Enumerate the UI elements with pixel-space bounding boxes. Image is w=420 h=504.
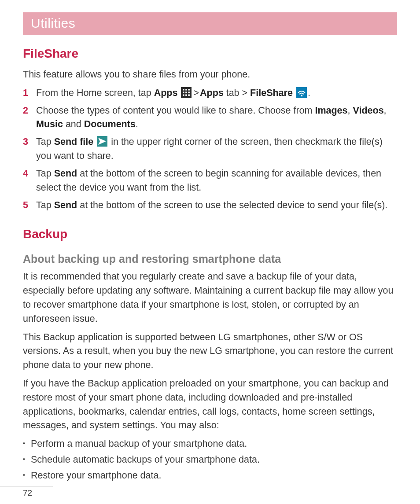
send-arrow-icon	[97, 136, 107, 147]
backup-subheading: About backing up and restoring smartphon…	[23, 253, 397, 265]
footer-divider	[0, 486, 53, 486]
svg-marker-10	[98, 138, 106, 145]
text: at the bottom of the screen to begin sca…	[36, 168, 381, 193]
text: .	[136, 119, 138, 129]
svg-rect-5	[188, 92, 190, 93]
fileshare-intro: This feature allows you to share files f…	[23, 68, 397, 82]
text: Tap	[36, 136, 54, 147]
step-number: 2	[23, 104, 36, 132]
step-3: 3 Tap Send file in the upper right corne…	[23, 135, 397, 163]
bullet-text: Restore your smartphone data.	[31, 469, 161, 483]
bullet-dot-icon: •	[23, 469, 31, 483]
apps-bold: Apps	[154, 88, 178, 98]
send-bold: Send	[54, 200, 77, 210]
bullet-3: • Restore your smartphone data.	[23, 469, 397, 483]
music-bold: Music	[36, 119, 63, 129]
backup-paragraph-3: If you have the Backup application prelo…	[23, 377, 397, 433]
svg-rect-8	[188, 94, 190, 96]
text: at the bottom of the screen to use the s…	[77, 200, 387, 210]
step-number: 1	[23, 86, 36, 100]
bullet-text: Perform a manual backup of your smartpho…	[31, 437, 247, 451]
text: Tap	[36, 168, 54, 179]
text: .	[308, 88, 310, 98]
text: Tap	[36, 200, 54, 210]
separator: >	[193, 86, 199, 100]
section-heading-backup: Backup	[23, 227, 397, 241]
svg-rect-2	[188, 89, 190, 91]
svg-rect-4	[186, 92, 188, 93]
step-5: 5 Tap Send at the bottom of the screen t…	[23, 199, 397, 213]
bullet-text: Schedule automatic backups of your smart…	[31, 453, 260, 467]
documents-bold: Documents	[84, 119, 136, 129]
svg-rect-0	[183, 89, 184, 91]
text: and	[63, 119, 84, 129]
svg-rect-1	[186, 89, 188, 91]
backup-paragraph-2: This Backup application is supported bet…	[23, 331, 397, 372]
step-body: From the Home screen, tap Apps > Apps ta…	[36, 86, 397, 100]
chapter-banner: Utilities	[23, 12, 397, 35]
text: tab >	[224, 88, 250, 98]
text: From the Home screen, tap	[36, 88, 154, 98]
sendfile-bold: Send file	[54, 136, 94, 147]
step-number: 3	[23, 135, 36, 163]
step-body: Tap Send file in the upper right corner …	[36, 135, 397, 163]
section-heading-fileshare: FileShare	[23, 47, 397, 61]
svg-rect-6	[183, 94, 184, 96]
bullet-dot-icon: •	[23, 453, 31, 467]
step-2: 2 Choose the types of content you would …	[23, 104, 397, 132]
page-number: 72	[0, 488, 53, 498]
footer: 72	[0, 486, 53, 498]
svg-rect-7	[186, 94, 188, 96]
backup-paragraph-1: It is recommended that you regularly cre…	[23, 270, 397, 326]
step-number: 5	[23, 199, 36, 213]
fileshare-bold: FileShare	[250, 88, 293, 98]
step-body: Choose the types of content you would li…	[36, 104, 397, 132]
bullet-1: • Perform a manual backup of your smartp…	[23, 437, 397, 451]
apps-grid-icon	[181, 87, 192, 98]
svg-rect-3	[183, 92, 184, 93]
bullet-2: • Schedule automatic backups of your sma…	[23, 453, 397, 467]
step-1: 1 From the Home screen, tap Apps > Apps …	[23, 86, 397, 100]
text: ,	[348, 105, 353, 116]
bullet-dot-icon: •	[23, 437, 31, 451]
svg-rect-9	[301, 95, 302, 96]
text: ,	[384, 105, 387, 116]
images-bold: Images	[315, 105, 347, 116]
step-4: 4 Tap Send at the bottom of the screen t…	[23, 167, 397, 195]
apps-tab-bold: Apps	[200, 88, 224, 98]
text: Choose the types of content you would li…	[36, 105, 315, 116]
step-body: Tap Send at the bottom of the screen to …	[36, 199, 397, 213]
videos-bold: Videos	[353, 105, 383, 116]
step-number: 4	[23, 167, 36, 195]
step-body: Tap Send at the bottom of the screen to …	[36, 167, 397, 195]
fileshare-icon	[296, 87, 307, 98]
send-bold: Send	[54, 168, 77, 179]
